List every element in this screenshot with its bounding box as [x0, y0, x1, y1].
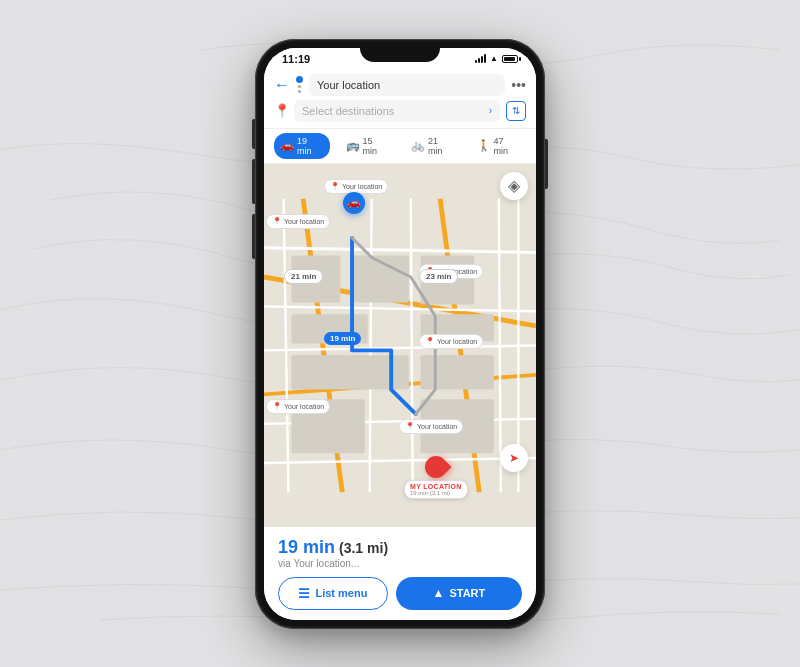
origin-dot: [296, 76, 303, 83]
bike-tab-icon: 🚲: [411, 139, 425, 152]
status-icons: ▲: [475, 54, 518, 63]
map-pin-1: 📍: [330, 182, 340, 191]
map-pin-4: 📍: [425, 337, 435, 346]
route-time-row: 19 min (3.1 mi): [278, 537, 522, 558]
route-duration: 19 min: [278, 537, 335, 558]
tab-car[interactable]: 🚗 19 min: [274, 133, 330, 159]
map-label-4: 📍 Your location: [419, 334, 483, 349]
map-label-text-4: Your location: [437, 338, 477, 345]
status-time: 11:19: [282, 53, 310, 65]
time-badge-19: 19 min: [324, 332, 361, 345]
phone-screen: 11:19 ▲ ←: [264, 48, 536, 620]
map-pin-6: 📍: [405, 422, 415, 431]
map-compass-button[interactable]: ◈: [500, 172, 528, 200]
navigate-icon: ➤: [509, 451, 519, 465]
silent-switch: [252, 119, 255, 149]
svg-rect-22: [421, 355, 494, 389]
bus-tab-icon: 🚌: [346, 139, 360, 152]
start-label: START: [449, 587, 485, 599]
car-tab-time: 19 min: [297, 136, 324, 156]
origin-label: Your location: [317, 79, 380, 91]
signal-icon: [475, 54, 486, 63]
list-menu-button[interactable]: ☰ List menu: [278, 577, 388, 610]
dest-pin-icon: 📍: [274, 103, 288, 118]
map-area[interactable]: 📍 Your location 📍 Your location 📍 Your l…: [264, 164, 536, 527]
map-pin-5: 📍: [272, 402, 282, 411]
start-button[interactable]: ▲ START: [396, 577, 522, 610]
notch: [360, 42, 440, 62]
wifi-icon: ▲: [490, 54, 498, 63]
map-label-text-1: Your location: [342, 183, 382, 190]
map-label-5: 📍 Your location: [266, 399, 330, 414]
bus-tab-time: 15 min: [363, 136, 390, 156]
car-marker: 🚗: [343, 192, 365, 214]
tab-bus[interactable]: 🚌 15 min: [340, 133, 396, 159]
walk-tab-time: 47 min: [494, 136, 521, 156]
dest-pin-subtitle: 19 min (3.1 mi): [410, 490, 462, 496]
route-dot-1: [298, 85, 301, 88]
dest-pin-callout: MY LOCATION 19 min (3.1 mi): [404, 480, 468, 499]
volume-down-button: [252, 214, 255, 259]
map-label-2: 📍 Your location: [266, 214, 330, 229]
map-label-text-5: Your location: [284, 403, 324, 410]
battery-icon: [502, 55, 518, 63]
start-icon: ▲: [433, 586, 445, 600]
navigation-button[interactable]: ➤: [500, 444, 528, 472]
phone-device: 11:19 ▲ ←: [255, 39, 545, 629]
car-icon: 🚗: [347, 196, 361, 209]
car-tab-icon: 🚗: [280, 139, 294, 152]
more-button[interactable]: •••: [511, 77, 526, 93]
map-pin-2: 📍: [272, 217, 282, 226]
list-icon: ☰: [298, 586, 310, 601]
time-badge-21: 21 min: [284, 269, 323, 284]
nav-header: ← Your location ••• 📍 Select destination…: [264, 70, 536, 129]
transport-tabs: 🚗 19 min 🚌 15 min 🚲 21 min 🚶 47 min: [264, 129, 536, 164]
tab-walk[interactable]: 🚶 47 min: [471, 133, 527, 159]
dest-pin-marker: [420, 451, 451, 482]
map-label-6: 📍 Your location: [399, 419, 463, 434]
origin-row: ← Your location •••: [274, 74, 526, 96]
destination-input[interactable]: Select destinations ›: [294, 100, 500, 122]
phone-inner: 11:19 ▲ ←: [258, 42, 542, 626]
time-badge-23: 23 min: [419, 269, 458, 284]
map-label-text-2: Your location: [284, 218, 324, 225]
route-via: via Your location...: [278, 558, 522, 569]
back-button[interactable]: ←: [274, 76, 290, 94]
destination-arrow: ›: [489, 105, 492, 116]
bike-tab-time: 21 min: [428, 136, 455, 156]
origin-input[interactable]: Your location: [309, 74, 505, 96]
destination-pin: MY LOCATION 19 min (3.1 mi): [404, 456, 468, 499]
dest-pin-title: MY LOCATION: [410, 483, 462, 490]
action-buttons: ☰ List menu ▲ START: [278, 577, 522, 610]
tab-bike[interactable]: 🚲 21 min: [405, 133, 461, 159]
route-distance: (3.1 mi): [339, 540, 388, 556]
walk-tab-icon: 🚶: [477, 139, 491, 152]
map-label-text-6: Your location: [417, 423, 457, 430]
volume-up-button: [252, 159, 255, 204]
bottom-panel: 19 min (3.1 mi) via Your location... ☰ L…: [264, 527, 536, 620]
power-button: [545, 139, 548, 189]
destination-row: 📍 Select destinations › ⇅: [274, 100, 526, 122]
route-summary: 19 min (3.1 mi) via Your location...: [278, 537, 522, 569]
svg-rect-25: [350, 355, 409, 389]
list-menu-label: List menu: [315, 587, 367, 599]
diamond-icon: ◈: [508, 176, 520, 195]
destination-label: Select destinations: [302, 105, 394, 117]
route-dots: [296, 76, 303, 93]
route-dot-2: [298, 90, 301, 93]
swap-button[interactable]: ⇅: [506, 101, 526, 121]
